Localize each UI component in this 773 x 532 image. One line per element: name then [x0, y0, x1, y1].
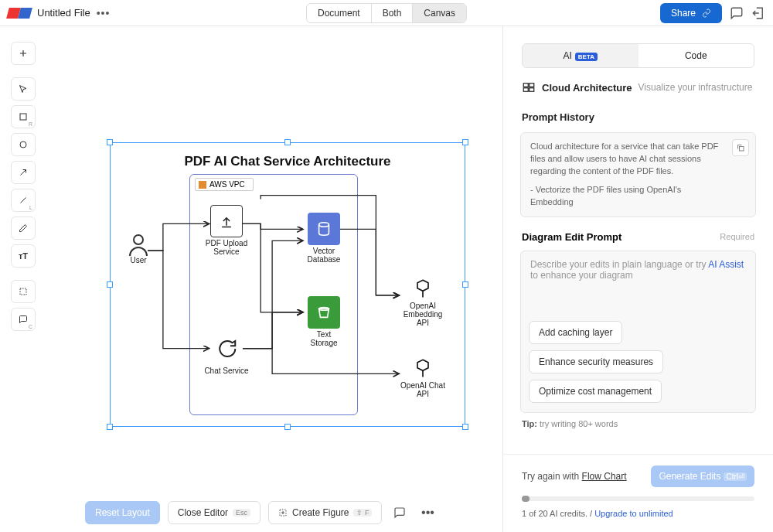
tool-ellipse[interactable] — [11, 133, 36, 156]
openai-icon — [412, 278, 434, 300]
topbar: Untitled File ••• Document Both Canvas S… — [0, 0, 773, 26]
suggestion-caching[interactable]: Add caching layer — [529, 321, 622, 344]
panel-tab-ai[interactable]: AIBETA — [523, 44, 638, 67]
panel-tabs: AIBETA Code — [522, 43, 754, 68]
prompt-history-title: Prompt History — [503, 105, 773, 129]
flow-chart-link[interactable]: Flow Chart — [582, 471, 627, 482]
svg-rect-0 — [20, 114, 26, 120]
suggestion-pills: Add caching layer Enhance security measu… — [529, 321, 663, 403]
tool-arrow[interactable] — [11, 161, 36, 184]
user-icon — [133, 234, 144, 245]
file-menu-dots[interactable]: ••• — [97, 7, 111, 19]
tool-rectangle[interactable]: R — [11, 105, 36, 128]
tip-text: Tip: try writing 80+ words — [503, 413, 773, 428]
topbar-right: Share — [660, 3, 765, 23]
tool-pencil[interactable] — [11, 217, 36, 240]
node-chat-service[interactable]: Chat Service — [203, 332, 250, 375]
diagram-selection-frame[interactable]: PDF AI Chat Service Architecture AWS VPC — [110, 142, 465, 427]
tool-line[interactable]: L — [11, 189, 36, 212]
copy-history-button[interactable] — [732, 139, 749, 156]
create-figure-icon — [278, 508, 288, 517]
svg-rect-6 — [523, 88, 528, 92]
bottom-bar: Reset Layout Close EditorEsc Create Figu… — [85, 501, 438, 524]
suggestion-security[interactable]: Enhance security measures — [529, 350, 663, 373]
share-button[interactable]: Share — [660, 3, 722, 23]
svg-point-1 — [20, 142, 26, 148]
node-pdf-upload-service[interactable]: PDF Upload Service — [203, 205, 250, 256]
link-icon — [702, 9, 711, 18]
chat-icon — [210, 332, 243, 365]
close-editor-button[interactable]: Close EditorEsc — [168, 501, 261, 524]
bottom-comment-icon[interactable] — [390, 503, 410, 523]
topbar-left: Untitled File ••• — [8, 7, 110, 19]
export-icon[interactable] — [751, 6, 765, 20]
upgrade-link[interactable]: Upgrade to unlimited — [594, 509, 673, 518]
panel-head-hint: Visualize your infrastructure — [638, 82, 753, 93]
edit-prompt-input[interactable]: Describe your edits in plain language or… — [520, 251, 756, 413]
comment-icon[interactable] — [730, 6, 744, 20]
prompt-history-card: Cloud architecture for a service that ca… — [520, 132, 756, 217]
generate-kbd: Ctrl⏎ — [724, 472, 747, 481]
app-logo — [8, 8, 31, 19]
view-tab-both[interactable]: Both — [372, 4, 414, 22]
tool-comment[interactable]: C — [11, 308, 36, 331]
panel-head: Cloud Architecture Visualize your infras… — [503, 80, 773, 105]
credits-text: 1 of 20 AI credits. / Upgrade to unlimit… — [522, 509, 754, 518]
svg-rect-4 — [523, 84, 528, 87]
panel-tab-code[interactable]: Code — [638, 44, 754, 67]
edit-prompt-header: Diagram Edit Prompt Required — [503, 217, 773, 247]
node-user[interactable]: User — [121, 234, 155, 264]
node-openai-embedding-api[interactable]: OpenAI Embedding API — [398, 278, 448, 327]
cloud-arch-icon — [522, 80, 536, 94]
view-mode-tabs: Document Both Canvas — [306, 3, 467, 23]
svg-rect-5 — [530, 84, 534, 87]
node-openai-chat-api[interactable]: OpenAI Chat API — [398, 358, 448, 398]
beta-badge: BETA — [575, 53, 598, 61]
storage-icon — [308, 296, 340, 329]
progress-thumb — [522, 496, 530, 502]
openai-icon — [412, 358, 434, 380]
history-text: Cloud architecture for a service that ca… — [530, 141, 724, 178]
canvas[interactable]: PDF AI Chat Service Architecture AWS VPC — [40, 42, 502, 493]
tool-pointer[interactable] — [11, 77, 36, 101]
right-panel: AIBETA Code Cloud Architecture Visualize… — [502, 26, 773, 532]
file-name[interactable]: Untitled File — [37, 7, 90, 19]
share-label: Share — [671, 8, 696, 19]
tool-text[interactable]: тT — [11, 244, 36, 268]
svg-rect-2 — [20, 288, 26, 295]
database-icon — [308, 213, 340, 245]
tool-frame[interactable] — [11, 280, 36, 303]
edit-required-label: Required — [720, 232, 754, 241]
view-tab-canvas[interactable]: Canvas — [413, 4, 466, 22]
bottom-more-icon[interactable]: ••• — [417, 503, 438, 523]
node-text-storage[interactable]: Text Storage — [302, 296, 346, 347]
tool-add[interactable] — [11, 42, 36, 65]
try-again-text: Try again with Flow Chart — [522, 471, 627, 482]
view-tab-document[interactable]: Document — [307, 4, 372, 22]
left-toolbar: R L тT C — [11, 42, 36, 331]
create-figure-button[interactable]: Create Figure⇧ F — [268, 501, 382, 524]
upload-icon — [210, 205, 243, 237]
credits-progress — [522, 496, 754, 501]
reset-layout-button[interactable]: Reset Layout — [85, 501, 160, 524]
generate-edits-button[interactable]: Generate EditsCtrl⏎ — [651, 466, 754, 487]
suggestion-cost[interactable]: Optimize cost management — [529, 380, 662, 403]
edit-prompt-title: Diagram Edit Prompt — [522, 231, 621, 243]
panel-head-label: Cloud Architecture — [542, 82, 632, 94]
history-text-2: - Vectorize the PDF files using OpenAI's… — [530, 184, 724, 209]
svg-point-3 — [319, 223, 329, 227]
svg-rect-7 — [530, 88, 534, 92]
node-vector-database[interactable]: Vector Database — [302, 213, 346, 264]
svg-rect-8 — [740, 147, 744, 152]
ai-assist-link[interactable]: AI Assist — [708, 259, 744, 270]
panel-footer: Try again with Flow Chart Generate Edits… — [503, 454, 773, 532]
